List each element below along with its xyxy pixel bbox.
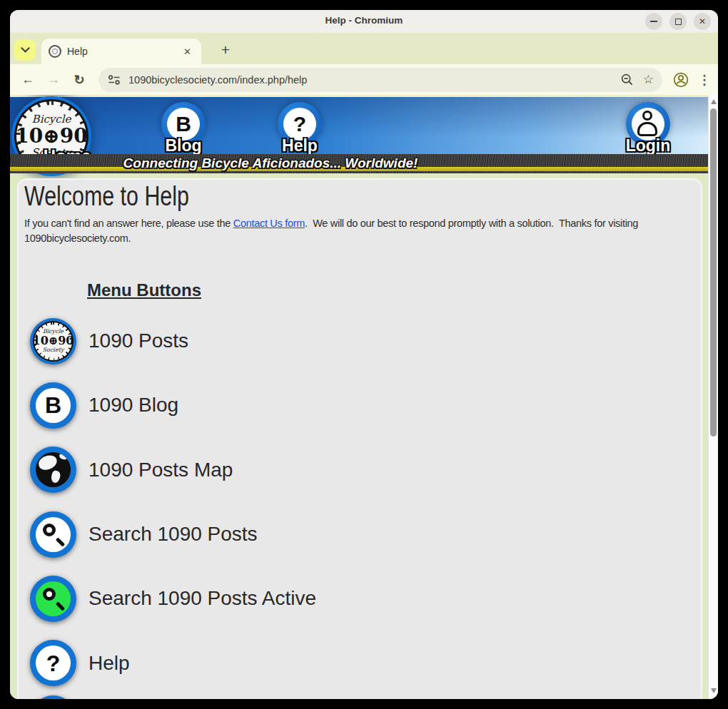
site-favicon-icon [49,45,61,58]
1090-wheel-icon[interactable]: Bicycle 10⊕90 Society [30,318,76,364]
tab-search-button[interactable] [14,39,36,61]
address-bar[interactable]: 1090bicyclesociety.com/index.php/help ☆ [98,68,662,92]
site-banner: Bicycle 10⊕90 Society Home B Blog [10,95,708,173]
forward-button[interactable]: → [44,71,63,89]
profile-avatar-icon[interactable] [672,71,689,88]
menu-item-help[interactable]: ? Help [30,631,701,695]
window-title: Help - Chromium [10,15,718,26]
menu-item-partial[interactable] [30,695,701,699]
contact-us-link[interactable]: Contact Us form [233,218,305,229]
menu-item-1090-posts-map[interactable]: 1090 Posts Map [30,438,701,502]
partial-menu-icon[interactable] [30,695,76,699]
browser-toolbar: ← → ↻ 1090bicyclesociety.com/index.php/h… [10,64,718,95]
site-info-icon[interactable] [107,74,121,86]
window-controls: ✕ [645,13,711,30]
scrollbar-thumb[interactable] [710,108,717,437]
nav-login-label: Login [616,136,680,155]
scrollbar-down-icon[interactable] [711,688,717,693]
menu-item-search-1090-posts[interactable]: Search 1090 Posts [30,502,701,566]
nav-help-label: Help [268,136,332,155]
menu-item-search-1090-posts-active[interactable]: Search 1090 Posts Active [30,566,701,631]
maximize-icon [675,19,682,25]
content-card: Welcome to Help If you can't find an ans… [17,178,702,699]
browser-window: Help - Chromium ✕ Help ✕ + ← → ↻ [10,10,718,699]
close-button[interactable]: ✕ [694,13,711,30]
close-icon: ✕ [699,17,706,26]
screenshot-stage: Help - Chromium ✕ Help ✕ + ← → ↻ [0,0,728,709]
chevron-down-icon [21,44,30,53]
globe-icon[interactable] [30,447,76,493]
tab-strip: Help ✕ + [10,33,718,64]
page-title: Welcome to Help [24,181,189,212]
search-icon[interactable] [30,511,76,558]
nav-blog-label: Blog [151,136,216,155]
web-content: Bicycle 10⊕90 Society Home B Blog [10,95,718,699]
menu-list: Bicycle 10⊕90 Society 1090 Posts B 1090 … [19,309,701,699]
zoom-out-icon[interactable] [620,73,635,87]
maximize-button[interactable] [669,13,687,30]
site-tagline: Connecting Bicycle Aficionados... Worldw… [117,155,424,171]
menu-item-1090-posts[interactable]: Bicycle 10⊕90 Society 1090 Posts [30,309,701,373]
tab-close-icon[interactable]: ✕ [181,45,194,58]
reload-button[interactable]: ↻ [70,71,89,89]
url-text[interactable]: 1090bicyclesociety.com/index.php/help [128,74,612,86]
window-titlebar: Help - Chromium ✕ [10,10,718,33]
page-scrollbar[interactable] [708,95,718,699]
scrollbar-up-icon[interactable] [711,99,717,104]
tab-help[interactable]: Help ✕ [41,39,201,64]
intro-paragraph: If you can't find an answer here, please… [24,216,698,246]
minimize-button[interactable] [645,13,662,30]
back-button[interactable]: ← [19,71,37,89]
blog-b-icon[interactable]: B [30,382,76,429]
minimize-icon [650,21,657,22]
question-icon[interactable]: ? [30,640,76,686]
menu-item-1090-blog[interactable]: B 1090 Blog [30,373,701,437]
new-tab-button[interactable]: + [216,40,236,60]
page: Bicycle 10⊕90 Society Home B Blog [10,95,708,699]
browser-menu-icon[interactable]: ⋮ [698,72,708,88]
bookmark-star-icon[interactable]: ☆ [643,73,654,86]
tab-label: Help [67,46,181,57]
search-active-icon[interactable] [30,576,76,622]
menu-buttons-heading: Menu Buttons [87,280,201,300]
